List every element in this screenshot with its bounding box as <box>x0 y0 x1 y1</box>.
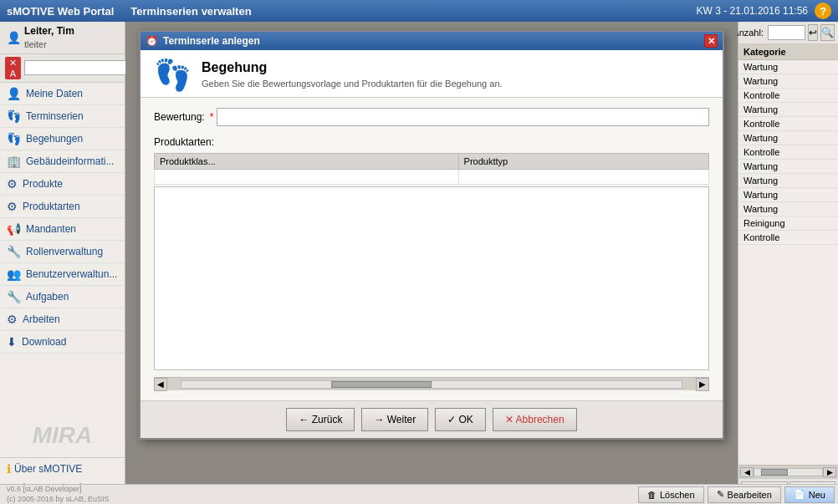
sidebar-item-produkte[interactable]: ⚙Produkte <box>0 173 125 196</box>
main-layout: 👤 Leiter, Tim tleiter ✕ A 👤Meine Daten👣T… <box>0 22 838 504</box>
user-icon: 👤 <box>7 31 21 44</box>
hscroll-thumb[interactable] <box>331 381 432 388</box>
sidebar-label-begehungen: Begehungen <box>26 133 83 145</box>
sidebar-user-name: Leiter, Tim <box>24 25 74 38</box>
bewertung-input[interactable] <box>217 108 709 126</box>
hscroll-left-button[interactable]: ◀ <box>154 378 167 391</box>
sidebar-label-download: Download <box>22 336 66 348</box>
sidebar-search-bar: ✕ A <box>0 54 125 83</box>
sidebar-item-terminserien[interactable]: 👣Terminserien <box>0 105 125 128</box>
sidebar-icon-meine-daten: 👤 <box>7 87 21 100</box>
sidebar-search-clear-button[interactable]: ✕ A <box>5 57 21 79</box>
bottom-bar-buttons: 🗑 Löschen ✎ Bearbeiten 📄 Neu <box>125 486 838 503</box>
right-list-item[interactable]: Wartung <box>738 131 838 145</box>
sidebar-icon-aufgaben: 🔧 <box>7 290 21 303</box>
trash-icon: 🗑 <box>647 490 657 500</box>
right-list-item[interactable]: Wartung <box>738 60 838 74</box>
produktarten-tbody <box>155 170 709 185</box>
bearbeiten-button[interactable]: ✎ Bearbeiten <box>708 486 781 503</box>
sidebar: 👤 Leiter, Tim tleiter ✕ A 👤Meine Daten👣T… <box>0 22 125 504</box>
modal-heading: Begehung <box>202 60 503 75</box>
sidebar-label-gebaeudeinformati: Gebäudeinformati... <box>26 155 114 167</box>
sidebar-item-aufgaben[interactable]: 🔧Aufgaben <box>0 286 125 308</box>
modal-footer: ← Zurück → Weiter ✓ OK ✕ Abbrechen <box>141 400 723 438</box>
right-list-item[interactable]: Wartung <box>738 202 838 216</box>
sidebar-label-mandanten: Mandanten <box>26 223 76 235</box>
sidebar-item-download[interactable]: ⬇Download <box>0 331 125 354</box>
uber-smotive-item[interactable]: ℹ Über sMOTIVE <box>0 457 125 480</box>
right-list-item[interactable]: Wartung <box>738 74 838 89</box>
produktarten-table: Produktklas... Produkttyp <box>154 153 709 185</box>
sidebar-icon-produktarten: ⚙ <box>7 200 18 213</box>
right-list-item[interactable]: Kontrolle <box>738 145 838 160</box>
hscroll-right-button[interactable]: ▶ <box>696 378 709 391</box>
begehung-icon: 👣 <box>154 60 192 90</box>
right-list-item[interactable]: Reinigung <box>738 216 838 231</box>
modal-body: Bewertung: * Produktarten: Produktklas..… <box>141 98 723 400</box>
rp-hscroll-track <box>754 468 823 476</box>
zurueck-button[interactable]: ← Zurück <box>286 408 355 431</box>
help-button[interactable]: ? <box>815 3 831 19</box>
sidebar-icon-arbeiten: ⚙ <box>7 313 18 326</box>
bewertung-label: Bewertung: <box>154 111 205 123</box>
ok-button[interactable]: ✓ OK <box>435 408 486 431</box>
sidebar-label-meine-daten: Meine Daten <box>26 88 83 99</box>
bottom-bar: v0.6 [sLAB Developer] (c) 2005-2016 by s… <box>0 484 838 504</box>
sidebar-label-rollenverwaltung: Rollenverwaltung <box>26 246 103 257</box>
loeschen-button[interactable]: 🗑 Löschen <box>638 486 704 503</box>
produktarten-section: Produktarten: Produktklas... Produkttyp <box>154 136 709 370</box>
uber-smotive-label: Über sMOTIVE <box>14 463 82 475</box>
sidebar-item-arbeiten[interactable]: ⚙Arbeiten <box>0 308 125 331</box>
modal-titlebar: ⏰ Terminserle anlegen ✕ <box>141 32 723 50</box>
right-list-item[interactable]: Kontrolle <box>738 117 838 131</box>
sidebar-nav: 👤Meine Daten👣Terminserien👣Begehungen🏢Geb… <box>0 83 125 354</box>
abbrechen-button[interactable]: ✕ Abbrechen <box>493 408 577 431</box>
app-title: sMOTIVE Web Portal <box>7 5 114 18</box>
right-list-item[interactable]: Wartung <box>738 174 838 188</box>
right-list-item[interactable]: Wartung <box>738 103 838 117</box>
sidebar-label-terminserien: Terminserien <box>26 110 84 122</box>
right-search-button[interactable]: 🔍 <box>820 24 835 41</box>
sidebar-user-sub: tleiter <box>24 38 74 50</box>
modal-close-button[interactable]: ✕ <box>704 34 718 48</box>
modal-description: Geben Sie die Bewertungsvorlage und Prod… <box>202 79 503 89</box>
produkttyp-cell <box>458 170 708 185</box>
sidebar-icon-gebaeudeinformati: 🏢 <box>7 155 21 168</box>
rp-hscroll-thumb[interactable] <box>761 469 788 476</box>
weiter-button[interactable]: → Weiter <box>361 408 428 431</box>
sidebar-item-begehungen[interactable]: 👣Begehungen <box>0 128 125 150</box>
neu-button[interactable]: 📄 Neu <box>784 486 835 503</box>
sidebar-item-produktarten[interactable]: ⚙Produktarten <box>0 196 125 218</box>
modal-title: Terminserle anlegen <box>163 35 260 47</box>
col-produkttyp: Produkttyp <box>458 154 708 170</box>
sidebar-user: 👤 Leiter, Tim tleiter <box>0 22 125 54</box>
sidebar-item-benutzerverwaltung[interactable]: 👥Benutzerverwaltun... <box>0 263 125 286</box>
sidebar-icon-begehungen: 👣 <box>7 132 21 145</box>
bewertung-required: * <box>210 111 214 123</box>
modal-dialog: ⏰ Terminserle anlegen ✕ 👣 Begehung Geben… <box>139 30 724 440</box>
sidebar-icon-mandanten: 📢 <box>7 222 21 236</box>
sidebar-label-aufgaben: Aufgaben <box>26 291 69 303</box>
hscroll-track <box>181 380 682 389</box>
right-panel-toolbar: Anzahl: ↩ 🔍 <box>738 22 838 44</box>
sidebar-item-rollenverwaltung[interactable]: 🔧Rollenverwaltung <box>0 241 125 263</box>
right-list-item[interactable]: Kontrolle <box>738 231 838 245</box>
right-list-item[interactable]: Kontrolle <box>738 89 838 103</box>
right-panel-header: Kategorie <box>738 44 838 60</box>
sidebar-user-info: Leiter, Tim tleiter <box>24 25 74 50</box>
sidebar-item-meine-daten[interactable]: 👤Meine Daten <box>0 83 125 105</box>
kw-date: KW 3 - 21.01.2016 11:56 <box>697 5 808 17</box>
right-undo-button[interactable]: ↩ <box>808 24 818 41</box>
sidebar-icon-download: ⬇ <box>7 335 17 349</box>
right-list-item[interactable]: Wartung <box>738 160 838 174</box>
right-panel-hscroll[interactable]: ◀ ▶ <box>738 465 838 478</box>
sidebar-item-gebaeudeinformati[interactable]: 🏢Gebäudeinformati... <box>0 150 125 173</box>
col-produktklasse: Produktklas... <box>155 154 459 170</box>
right-filter-input[interactable] <box>768 25 805 40</box>
right-list-item[interactable]: Wartung <box>738 188 838 202</box>
sidebar-item-mandanten[interactable]: 📢Mandanten <box>0 218 125 241</box>
right-list: WartungWartungKontrolleWartungKontrolleW… <box>738 60 838 465</box>
rp-hscroll-right[interactable]: ▶ <box>823 467 836 477</box>
modal-horizontal-scrollbar[interactable]: ◀ ▶ <box>154 377 709 390</box>
rp-hscroll-left[interactable]: ◀ <box>740 467 754 477</box>
